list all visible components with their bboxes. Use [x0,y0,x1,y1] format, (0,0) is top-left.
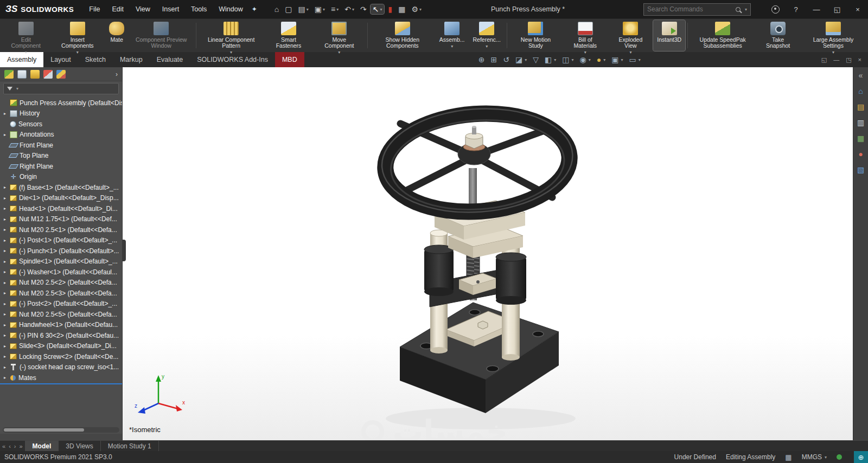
search-caret-icon[interactable]: ▾ [745,7,747,12]
tree-item-head-1-default-default-di[interactable]: ▸Head<1> (Default<<Default>_Di... [0,203,122,214]
dynamic-annotation-button[interactable]: ▽ [533,55,539,64]
expand-caret-icon[interactable]: ▸ [2,269,8,274]
tree-item-punch-1-default-default[interactable]: ▸(-) Punch<1> (Default<<Default>... [0,246,122,256]
displaymanager-tab-icon[interactable] [56,70,66,79]
collapse-taskpane-button[interactable]: « [859,72,863,79]
dimxpertmanager-tab-icon[interactable] [43,70,53,79]
tab-solidworks-add-ins[interactable]: SOLIDWORKS Add-Ins [190,52,275,67]
home-button[interactable]: ⌂ [272,4,281,14]
section-view-button[interactable]: ◪▾ [515,55,527,64]
expand-caret-icon[interactable]: ▸ [2,375,8,380]
punch-press-model[interactable] [123,67,853,440]
view-orientation-button[interactable]: ◧▾ [545,55,556,64]
prev-tab-button[interactable]: ‹ [9,443,11,449]
tree-item-origin[interactable]: ✛Origin [0,172,122,183]
redo-button[interactable]: ↷ [358,4,369,14]
status-units-caret-icon[interactable]: ▾ [825,455,827,460]
print-button[interactable]: ≡▾ [329,4,341,14]
tab-assembly[interactable]: Assembly [0,52,43,67]
status-units-group[interactable]: MMGS▾ [802,453,827,461]
tree-item-nut-m20-2-5-2-default-defa[interactable]: ▸Nut M20 2.5<2> (Default<<Defa... [0,278,122,288]
panel-splitter-handle[interactable] [122,240,126,261]
record-button[interactable]: ▮ [386,4,394,14]
tree-item-punch-press-assembly-default-d[interactable]: Punch Press Assembly (Default<Disp... [0,98,122,108]
configurationmanager-tab-icon[interactable] [30,70,40,79]
expand-caret-icon[interactable]: ▸ [2,196,8,201]
open-document-caret-icon[interactable]: ▾ [307,7,309,12]
edit-appearance-caret-icon[interactable]: ▾ [603,57,605,62]
expand-caret-icon[interactable]: ▸ [2,323,8,327]
expand-pane-icon[interactable]: › [116,70,118,78]
filter-caret-icon[interactable]: ▾ [16,86,18,91]
ribbon-assemb-caret-icon[interactable]: ▾ [451,43,453,49]
zoom-area-button[interactable]: ⊞ [490,55,497,64]
display-style-caret-icon[interactable]: ▾ [571,57,573,62]
expand-caret-icon[interactable]: ▸ [2,333,8,338]
tab-evaluate[interactable]: Evaluate [150,52,190,67]
tree-item-right-plane[interactable]: Right Plane [0,161,122,172]
options-gear-caret-icon[interactable]: ▾ [419,7,422,12]
doc-restore-button[interactable]: ◳ [846,56,851,63]
edit-appearance-button[interactable]: ●▾ [597,55,605,64]
expand-caret-icon[interactable]: ▸ [2,312,8,317]
tree-item-spindle-1-default-default[interactable]: ▸Spindle<1> (Default<<Default>_... [0,256,122,267]
tree-item-annotations[interactable]: ▸Annotations [0,130,122,140]
doc-tab-motion-study-1[interactable]: Motion Study 1 [101,441,159,451]
new-document-button[interactable]: ▢ [283,4,294,14]
expand-caret-icon[interactable]: ▸ [2,291,8,295]
design-library-button[interactable]: ▤ [857,103,864,111]
search-box[interactable]: ▾ [643,3,751,16]
ribbon-instant3d[interactable]: Instant3D [653,20,685,51]
tree-item-handwheel-1-default-defau[interactable]: ▸Handwheel<1> (Default<<Defau... [0,320,122,331]
ribbon-take-snapshot[interactable]: Take Snapshot [756,20,800,51]
expand-caret-icon[interactable]: ▸ [2,259,8,264]
tab-sketch[interactable]: Sketch [78,52,113,67]
first-tab-button[interactable]: « [2,443,5,449]
save-button[interactable]: ▣▾ [312,4,327,14]
ribbon-move-component-caret-icon[interactable]: ▾ [338,49,340,55]
doc-tab-model[interactable]: Model [25,441,59,451]
expand-caret-icon[interactable]: ▸ [2,248,8,253]
undo-caret-icon[interactable]: ▾ [352,7,354,12]
task-pane-home-button[interactable]: ⌂ [858,87,863,95]
expand-caret-icon[interactable]: ▸ [2,238,8,243]
tree-item-f-base-1-default-default[interactable]: ▸(f) Base<1> (Default<<Default>_... [0,182,122,193]
menu-tools[interactable]: Tools [190,4,208,14]
tree-item-nut-m20-2-5-1-default-defa[interactable]: ▸Nut M20 2.5<1> (Default<<Defa... [0,224,122,235]
expand-caret-icon[interactable]: ▸ [2,206,8,211]
ribbon-show-hidden-components[interactable]: Show Hidden Components [370,20,435,51]
tree-item-die-1-default-default-disp[interactable]: ▸Die<1> (Default<<Default>_Disp... [0,193,122,204]
ribbon-referenc[interactable]: Referenc...▾ [469,20,505,51]
tree-item-nut-m20-2-5-5-default-defa[interactable]: ▸Nut M20 2.5<5> (Default<<Defa... [0,309,122,320]
ribbon-insert-components[interactable]: Insert Components▾ [50,20,105,51]
expand-caret-icon[interactable]: ▸ [2,132,8,137]
menu-edit[interactable]: Edit [111,4,125,14]
ribbon-exploded-view[interactable]: Exploded View▾ [609,20,653,51]
expand-caret-icon[interactable]: ▸ [2,344,8,349]
tree-item-post-1-default-default[interactable]: ▸(-) Post<1> (Default<<Default>_... [0,235,122,246]
view-settings-button[interactable]: ▭▾ [629,55,640,64]
tab-layout[interactable]: Layout [43,52,78,67]
apply-scene-caret-icon[interactable]: ▾ [621,57,623,62]
file-explorer-button[interactable]: ▥ [857,119,864,126]
tree-item-sensors[interactable]: Sensors [0,119,122,130]
appearances-button[interactable]: ● [858,150,863,158]
custom-properties-button[interactable]: ▧ [857,166,864,173]
tree-item-slide-3-default-default-di[interactable]: ▸Slide<3> (Default<<Default>_Di... [0,341,122,352]
expand-caret-icon[interactable]: ▸ [2,217,8,222]
ribbon-linear-component-pattern[interactable]: Linear Component Pattern▾ [199,20,264,51]
display-style-button[interactable]: ◫▾ [562,55,573,64]
ribbon-bill-of-materials[interactable]: Bill of Materials▾ [563,20,608,51]
ribbon-mate[interactable]: Mate [105,20,128,51]
tree-item-nut-m20-2-5-3-default-defa[interactable]: ▸Nut M20 2.5<3> (Default<<Defa... [0,288,122,299]
previous-view-button[interactable]: ↺ [503,55,509,64]
ribbon-smart-fasteners[interactable]: Smart Fasteners [264,20,313,51]
status-help-tile-icon[interactable]: ⊕ [854,451,868,463]
tree-item-locking-screw-2-default-de[interactable]: ▸Locking Screw<2> (Default<<De... [0,351,122,362]
save-caret-icon[interactable]: ▾ [323,7,325,12]
menu-insert[interactable]: Insert [161,4,180,14]
expand-caret-icon[interactable]: ▸ [2,111,8,116]
expand-caret-icon[interactable]: ▸ [2,185,8,190]
ribbon-edit-component-caret-icon[interactable]: ▾ [25,49,27,55]
options-gear-button[interactable]: ⚙▾ [409,4,424,14]
